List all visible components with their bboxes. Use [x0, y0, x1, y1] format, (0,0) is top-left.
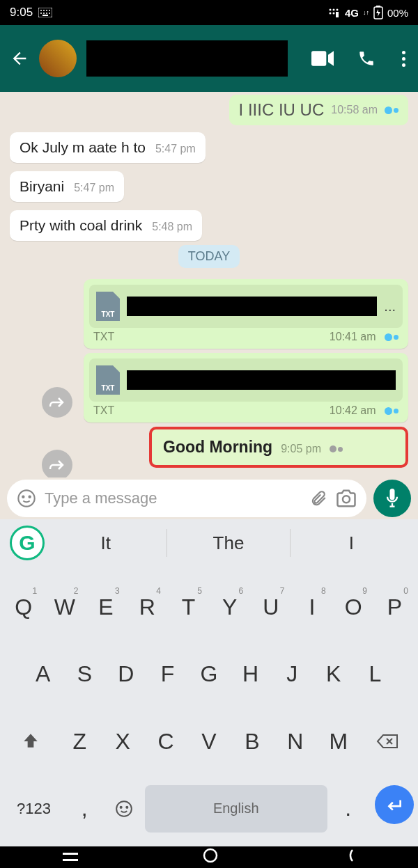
key-p[interactable]: P0 [376, 583, 414, 631]
key-t[interactable]: T5 [169, 583, 208, 631]
key-o[interactable]: O9 [334, 583, 373, 631]
camera-icon[interactable] [336, 489, 357, 507]
keyboard-row-2: ASDFGHJKL [4, 651, 414, 698]
svg-rect-9 [42, 15, 48, 16]
svg-rect-17 [376, 6, 380, 7]
key-f[interactable]: F [148, 651, 187, 698]
key-h[interactable]: H [231, 651, 270, 698]
message-in[interactable]: Prty with coal drink 5:48 pm [10, 210, 202, 241]
signal-icon [328, 8, 341, 17]
contact-name[interactable] [86, 40, 288, 77]
keyboard-row-3: ZXCVBNM [4, 718, 414, 765]
key-x[interactable]: X [102, 718, 143, 765]
shift-key[interactable] [4, 718, 56, 765]
svg-point-4 [49, 10, 50, 11]
key-w[interactable]: W2 [45, 583, 84, 631]
on-screen-keyboard: G It The I Q1W2E3R4T5Y6U7I8O9P0 ASDFGHJK… [0, 519, 418, 846]
back-button[interactable] [10, 49, 29, 68]
key-y[interactable]: Y6 [210, 583, 249, 631]
chat-header [0, 25, 418, 92]
net-arrows: ↓↑ [363, 9, 369, 16]
svg-point-12 [336, 9, 338, 11]
chat-messages[interactable]: I IIIC IU UC 10:58 am Ok July m aate h t… [0, 92, 418, 478]
svg-rect-18 [311, 51, 326, 65]
svg-point-26 [126, 807, 127, 808]
key-e[interactable]: E3 [86, 583, 125, 631]
back-button[interactable] [343, 849, 355, 867]
svg-rect-23 [390, 489, 395, 500]
key-k[interactable]: K [314, 651, 353, 698]
svg-point-29 [204, 849, 217, 862]
key-m[interactable]: M [318, 718, 359, 765]
spacebar[interactable]: English [145, 785, 327, 833]
key-a[interactable]: A [24, 651, 63, 698]
contact-avatar[interactable] [39, 40, 77, 77]
key-n[interactable]: N [275, 718, 316, 765]
key-c[interactable]: C [146, 718, 186, 765]
message-out-partial[interactable]: I IIIC IU UC 10:58 am [229, 95, 408, 125]
more-options-icon[interactable] [399, 48, 408, 70]
home-button[interactable] [203, 848, 218, 867]
svg-point-7 [46, 13, 47, 14]
svg-rect-28 [63, 859, 78, 861]
svg-point-10 [329, 9, 331, 11]
svg-point-1 [40, 10, 42, 11]
status-bar: 9:05 4G ↓↑ 00% [0, 0, 418, 25]
svg-point-25 [120, 807, 121, 808]
symbols-key[interactable]: ?123 [4, 785, 63, 833]
key-g[interactable]: G [189, 651, 229, 698]
key-r[interactable]: R4 [128, 583, 167, 631]
period-key[interactable]: . [330, 785, 366, 833]
file-message-out[interactable]: TXT TXT 10:42 am [84, 353, 408, 423]
suggestion[interactable]: It [45, 529, 167, 557]
suggestion[interactable]: I [291, 529, 412, 557]
key-s[interactable]: S [65, 651, 104, 698]
video-call-icon[interactable] [311, 51, 334, 66]
comma-key[interactable]: , [66, 785, 102, 833]
svg-point-6 [43, 13, 45, 14]
file-type-label: TXT [93, 404, 114, 417]
grammarly-icon[interactable]: G [10, 526, 45, 560]
key-d[interactable]: D [107, 651, 146, 698]
key-l[interactable]: L [356, 651, 395, 698]
key-b[interactable]: B [232, 718, 272, 765]
suggestion[interactable]: The [167, 529, 290, 557]
svg-point-14 [332, 13, 334, 15]
key-u[interactable]: U7 [251, 583, 290, 631]
emoji-icon[interactable] [17, 489, 36, 508]
battery-pct: 00% [387, 7, 408, 19]
file-name-redacted [127, 297, 377, 316]
enter-key[interactable] [375, 785, 414, 824]
keyboard-row-1: Q1W2E3R4T5Y6U7I8O9P0 [4, 583, 414, 631]
highlighted-message[interactable]: Good Morning 9:05 pm [149, 427, 408, 468]
keyboard-row-4: ?123 , English . [4, 785, 414, 833]
forward-icon[interactable] [42, 450, 72, 478]
emoji-key[interactable] [105, 785, 141, 833]
mic-button[interactable] [373, 480, 411, 517]
message-input-row: Type a message [0, 478, 418, 519]
message-input[interactable]: Type a message [7, 480, 366, 517]
forward-icon[interactable] [42, 387, 72, 418]
key-q[interactable]: Q1 [4, 583, 42, 631]
key-v[interactable]: V [189, 718, 229, 765]
android-nav-bar [0, 846, 418, 868]
call-icon[interactable] [357, 49, 376, 68]
svg-point-8 [49, 13, 50, 14]
backspace-key[interactable] [362, 718, 414, 765]
file-message-out[interactable]: TXT ... TXT 10:41 am [84, 279, 408, 349]
txt-file-icon: TXT [96, 365, 120, 395]
network-type: 4G [345, 7, 359, 19]
recent-apps-button[interactable] [63, 849, 78, 867]
key-z[interactable]: Z [59, 718, 100, 765]
keyboard-icon [38, 8, 52, 17]
key-i[interactable]: I8 [293, 583, 331, 631]
date-separator: TODAY [178, 245, 240, 268]
svg-point-11 [332, 9, 334, 11]
txt-file-icon: TXT [96, 292, 120, 321]
message-in[interactable]: Ok July m aate h to 5:47 pm [10, 132, 206, 163]
input-placeholder: Type a message [45, 489, 301, 507]
attach-icon[interactable] [309, 489, 327, 507]
svg-point-24 [116, 801, 132, 816]
key-j[interactable]: J [272, 651, 311, 698]
message-in[interactable]: Biryani 5:47 pm [10, 171, 124, 202]
